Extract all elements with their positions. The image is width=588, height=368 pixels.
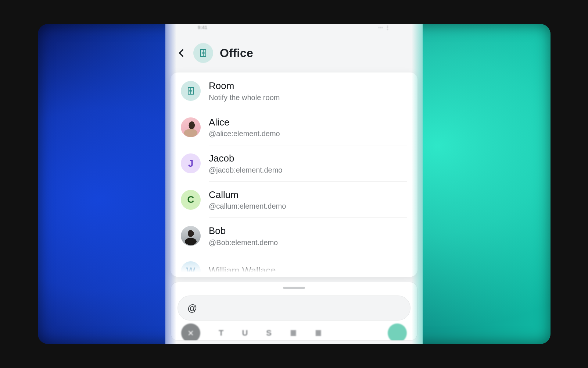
suggestion-meta: William Wallace bbox=[209, 265, 276, 277]
composer-toolbar: T U S ≣ ≣ bbox=[171, 323, 417, 341]
svg-point-2 bbox=[202, 53, 203, 53]
suggestion-name: Room bbox=[209, 80, 280, 92]
suggestion-sub: @jacob:element.demo bbox=[209, 165, 282, 175]
suggestion-meta: Bob @Bob:element.demo bbox=[209, 225, 278, 247]
suggestion-meta: Jacob @jacob:element.demo bbox=[209, 152, 282, 175]
close-icon bbox=[187, 329, 194, 337]
suggestion-sub: Notify the whole room bbox=[209, 93, 280, 102]
door-icon bbox=[199, 49, 208, 57]
message-input-text: @ bbox=[187, 302, 197, 314]
svg-point-7 bbox=[191, 91, 192, 91]
chevron-left-icon bbox=[177, 48, 186, 58]
status-bar: 9:41 ⋯ ⋮ bbox=[165, 24, 423, 33]
suggestion-user[interactable]: J Jacob @jacob:element.demo bbox=[171, 145, 417, 181]
close-button[interactable] bbox=[181, 323, 200, 341]
phone-frame: 9:41 ⋯ ⋮ Office bbox=[165, 24, 423, 344]
format-icon[interactable]: S bbox=[266, 328, 272, 338]
stage: 9:41 ⋯ ⋮ Office bbox=[0, 0, 588, 368]
suggestion-meta: Room Notify the whole room bbox=[209, 80, 280, 102]
list-icon[interactable]: ≣ bbox=[290, 328, 297, 338]
suggestion-name: William Wallace bbox=[209, 265, 276, 277]
suggestion-name: Jacob bbox=[209, 152, 282, 164]
status-time: 9:41 bbox=[198, 25, 207, 30]
mention-suggestions-popup: Room Notify the whole room Alice @alice:… bbox=[171, 72, 417, 277]
suggestion-name: Bob bbox=[209, 225, 278, 237]
user-avatar: W bbox=[181, 261, 201, 277]
format-icon[interactable]: U bbox=[242, 328, 248, 338]
room-icon-avatar bbox=[181, 81, 201, 101]
back-button[interactable] bbox=[176, 48, 187, 58]
user-avatar bbox=[181, 117, 201, 137]
suggestion-name: Alice bbox=[209, 116, 280, 128]
suggestion-sub: @alice:element.demo bbox=[209, 129, 280, 138]
user-avatar bbox=[181, 226, 201, 246]
room-title[interactable]: Office bbox=[220, 46, 253, 60]
gradient-card: 9:41 ⋯ ⋮ Office bbox=[38, 24, 551, 344]
suggestion-sub: @Bob:element.demo bbox=[209, 238, 278, 247]
room-header: Office bbox=[165, 33, 423, 72]
suggestion-room[interactable]: Room Notify the whole room bbox=[171, 72, 417, 109]
svg-point-3 bbox=[204, 53, 205, 53]
suggestion-user[interactable]: C Callum @callum:element.demo bbox=[171, 181, 417, 218]
suggestion-user[interactable]: Bob @Bob:element.demo bbox=[171, 217, 417, 254]
user-avatar: C bbox=[181, 190, 201, 210]
suggestion-sub: @callum:element.demo bbox=[209, 201, 286, 211]
list-icon[interactable]: ≣ bbox=[315, 328, 322, 338]
drag-handle[interactable] bbox=[283, 287, 305, 289]
suggestion-meta: Callum @callum:element.demo bbox=[209, 189, 286, 211]
suggestion-meta: Alice @alice:element.demo bbox=[209, 116, 280, 139]
message-input[interactable]: @ bbox=[178, 296, 410, 321]
composer-panel: @ T U S ≣ ≣ bbox=[171, 282, 417, 341]
status-system-icons: ⋯ ⋮ bbox=[378, 25, 390, 30]
suggestion-name: Callum bbox=[209, 189, 286, 201]
user-avatar: J bbox=[181, 153, 201, 173]
door-icon bbox=[186, 86, 195, 95]
format-icon[interactable]: T bbox=[219, 328, 223, 338]
suggestion-user[interactable]: Alice @alice:element.demo bbox=[171, 109, 417, 145]
room-avatar[interactable] bbox=[193, 43, 213, 63]
svg-point-6 bbox=[190, 91, 190, 91]
suggestion-user[interactable]: W William Wallace bbox=[171, 254, 417, 277]
send-button[interactable] bbox=[388, 323, 407, 341]
